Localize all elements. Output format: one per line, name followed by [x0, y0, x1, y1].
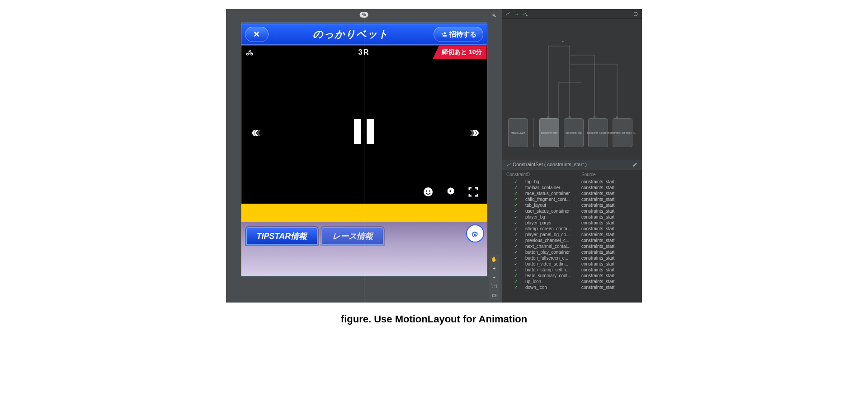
- arrow-right-icon[interactable]: →: [514, 11, 519, 17]
- node-constraints-fullscreen[interactable]: constraints_fullscreen: [588, 118, 608, 147]
- constraint-row[interactable]: ✓player_panel_bg_co...constraints_start: [502, 232, 642, 238]
- constraintset-suffix: ): [585, 162, 587, 167]
- row-source: constraints_start: [581, 261, 637, 266]
- check-icon: ✓: [506, 261, 525, 266]
- check-icon: ✓: [506, 285, 525, 290]
- up-button[interactable]: ︽ UP: [466, 224, 484, 242]
- check-icon: ✓: [506, 220, 525, 225]
- check-icon: ✓: [506, 273, 525, 278]
- zoom-in-button[interactable]: +: [489, 264, 499, 273]
- edit-icon[interactable]: [632, 162, 637, 167]
- transition-icon[interactable]: [505, 11, 511, 17]
- row-id: button_play_container: [525, 250, 581, 255]
- svg-point-0: [246, 53, 248, 55]
- player-controls: [423, 186, 479, 197]
- constraint-row[interactable]: ✓child_fragment_cont...constraints_start: [502, 196, 642, 202]
- constraint-row[interactable]: ✓team_summary_cont...constraints_start: [502, 273, 642, 279]
- row-id: player_panel_bg_co...: [525, 232, 581, 237]
- row-source: constraints_start: [581, 220, 637, 225]
- percent-badge[interactable]: %: [360, 12, 368, 18]
- constraint-row[interactable]: ✓down_iconconstraints_start: [502, 284, 642, 290]
- check-icon: ✓: [506, 191, 525, 196]
- col-source[interactable]: Source: [581, 172, 637, 177]
- row-source: constraints_start: [581, 185, 637, 190]
- zoom-fit-button[interactable]: 1:1: [489, 282, 499, 291]
- row-source: constraints_start: [581, 238, 637, 243]
- check-icon: ✓: [506, 226, 525, 231]
- constraint-row[interactable]: ✓player_pagerconstraints_start: [502, 220, 642, 226]
- row-source: constraints_start: [581, 214, 637, 219]
- wrench-icon[interactable]: [491, 13, 496, 18]
- node-constraints-end[interactable]: constraints_end: [564, 118, 584, 147]
- fullscreen-icon[interactable]: [468, 186, 479, 197]
- invite-label: 招待する: [449, 30, 476, 39]
- check-icon: ✓: [506, 256, 525, 261]
- constraintset-label: ConstraintSet (: [513, 162, 546, 167]
- constraint-row[interactable]: ✓toolbar_containerconstraints_start: [502, 185, 642, 191]
- design-surface[interactable]: % ✕ のっかりベット 招待する 3R 締切あと 10分: [226, 9, 502, 303]
- row-id: race_status_container: [525, 191, 581, 196]
- tab-tipstar[interactable]: TIPSTAR情報: [246, 227, 318, 245]
- add-constraint-icon[interactable]: [523, 11, 528, 17]
- node-motion-layout[interactable]: Motion Layout: [508, 118, 528, 147]
- row-id: down_icon: [525, 285, 581, 290]
- svg-point-8: [562, 41, 564, 42]
- row-id: button_stamp_settin...: [525, 267, 581, 272]
- row-id: team_summary_cont...: [525, 273, 581, 278]
- next-channel-button[interactable]: ›››: [470, 123, 477, 140]
- node-constraints-start[interactable]: constraints_start: [539, 118, 559, 147]
- pan-button[interactable]: ✋: [489, 255, 499, 264]
- constraint-row[interactable]: ✓race_status_containerconstraints_start: [502, 191, 642, 196]
- constraint-nodes: Motion Layout constraints_start constrai…: [508, 118, 632, 147]
- constraint-row[interactable]: ✓previous_channel_c...constraints_start: [502, 238, 642, 243]
- constraint-row[interactable]: ✓next_channel_contai...constraints_start: [502, 243, 642, 249]
- row-id: next_channel_contai...: [525, 244, 581, 249]
- close-button[interactable]: ✕: [245, 27, 269, 42]
- constraint-row[interactable]: ✓player_bgconstraints_start: [502, 214, 642, 220]
- motion-toolbar: →: [502, 9, 642, 19]
- row-source: constraints_start: [581, 273, 637, 278]
- constraint-row[interactable]: ✓stamp_screen_conta...constraints_start: [502, 226, 642, 232]
- smiley-icon[interactable]: [423, 186, 434, 197]
- node-constraints-bet-menu[interactable]: constraints_bet_menu_f...: [613, 118, 632, 147]
- col-id[interactable]: ID: [525, 172, 581, 177]
- row-id: toolbar_container: [525, 185, 581, 190]
- constraint-row[interactable]: ✓up_iconconstraints_start: [502, 279, 642, 284]
- svg-point-2: [250, 50, 251, 51]
- node-divider: [533, 118, 534, 147]
- row-source: constraints_start: [581, 244, 637, 249]
- row-source: constraints_start: [581, 267, 637, 272]
- cycle-icon[interactable]: [633, 11, 638, 17]
- motion-graph[interactable]: Motion Layout constraints_start constrai…: [502, 19, 642, 159]
- row-id: user_status_container: [525, 209, 581, 214]
- row-source: constraints_start: [581, 279, 637, 284]
- constraint-row[interactable]: ✓user_status_containerconstraints_start: [502, 208, 642, 214]
- constraint-row[interactable]: ✓top_bgconstraints_start: [502, 179, 642, 185]
- svg-point-5: [429, 191, 430, 192]
- zoom-out-button[interactable]: −: [489, 273, 499, 282]
- row-source: constraints_start: [581, 256, 637, 261]
- row-source: constraints_start: [581, 209, 637, 214]
- row-id: previous_channel_c...: [525, 238, 581, 243]
- svg-point-7: [634, 12, 637, 16]
- center-guideline: [364, 9, 364, 303]
- constraintset-name: constraints_start: [547, 162, 584, 167]
- row-source: constraints_start: [581, 203, 637, 208]
- constraint-row[interactable]: ✓button_fullscreen_c...constraints_start: [502, 255, 642, 261]
- check-icon: ✓: [506, 238, 525, 243]
- check-icon: ✓: [506, 209, 525, 214]
- prev-channel-button[interactable]: ‹‹‹: [251, 123, 259, 140]
- col-constraint[interactable]: Constraint: [506, 172, 525, 177]
- row-id: player_pager: [525, 220, 581, 225]
- gear-icon[interactable]: [445, 186, 456, 197]
- constraint-row[interactable]: ✓button_stamp_settin...constraints_start: [502, 267, 642, 273]
- constraintset-header: ConstraintSet ( constraints_start ): [502, 159, 642, 170]
- tab-race-info[interactable]: レース情報: [321, 227, 384, 245]
- constraint-row[interactable]: ✓button_play_containerconstraints_start: [502, 249, 642, 255]
- constraint-row[interactable]: ✓tab_layoutconstraints_start: [502, 202, 642, 208]
- row-source: constraints_start: [581, 285, 637, 290]
- up-label: UP: [472, 233, 478, 238]
- zoom-frame-button[interactable]: [489, 291, 499, 300]
- invite-button[interactable]: 招待する: [434, 27, 483, 42]
- constraint-row[interactable]: ✓button_video_settin...constraints_start: [502, 261, 642, 267]
